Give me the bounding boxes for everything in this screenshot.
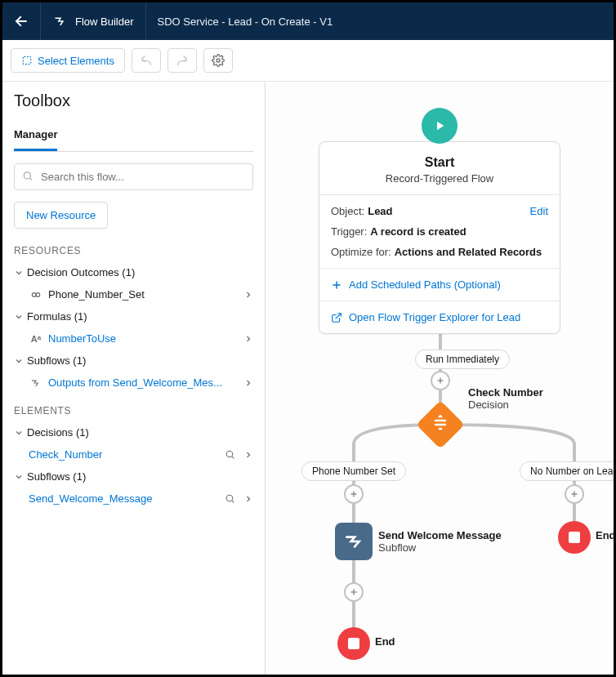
no-number-pill: No Number on Lead — [520, 461, 614, 481]
svg-point-9 — [226, 495, 233, 501]
group-label: Subflows (1) — [27, 354, 253, 367]
chevron-right-icon — [243, 378, 253, 388]
group-subflows-resources[interactable]: Subflows (1) — [2, 350, 265, 372]
group-label: Formulas (1) — [27, 310, 253, 323]
formula-icon: Aa — [29, 334, 43, 344]
redo-icon — [176, 54, 189, 67]
end-node[interactable] — [337, 627, 370, 660]
start-trigger-value: A record is created — [370, 225, 466, 238]
svg-line-10 — [232, 501, 234, 502]
tab-manager[interactable]: Manager — [14, 122, 57, 151]
back-button[interactable] — [2, 2, 41, 40]
flow-canvas[interactable]: Start Record-Triggered Flow Object: Lead… — [266, 82, 614, 675]
decision-title: Check Number — [468, 386, 543, 399]
group-decision-outcomes[interactable]: Decision Outcomes (1) — [2, 261, 265, 283]
resource-label: NumberToUse — [48, 332, 239, 345]
element-send-welcome[interactable]: Send_Welcome_Message — [2, 488, 265, 510]
chevron-right-icon — [243, 334, 253, 344]
resource-outputs-welcome[interactable]: Outputs from Send_Welcome_Mes... — [2, 372, 265, 394]
search-icon — [22, 170, 33, 184]
open-flow-explorer-label: Open Flow Trigger Explorer for Lead — [349, 311, 520, 323]
resources-section-label: RESOURCES — [2, 240, 265, 261]
svg-line-4 — [30, 178, 33, 180]
open-flow-explorer-link[interactable]: Open Flow Trigger Explorer for Lead — [319, 301, 560, 333]
flow-builder-icon — [52, 13, 69, 29]
resource-label: Phone_Number_Set — [48, 288, 239, 301]
decision-icon — [431, 415, 450, 434]
decision-subtitle: Decision — [468, 399, 543, 411]
arrow-left-icon — [14, 14, 29, 29]
start-object-value: Lead — [368, 205, 392, 217]
select-icon — [21, 55, 33, 66]
element-label: Send_Welcome_Message — [29, 492, 220, 505]
group-formulas[interactable]: Formulas (1) — [2, 305, 265, 327]
add-scheduled-paths-label: Add Scheduled Paths (Optional) — [349, 278, 501, 291]
add-element-button[interactable] — [565, 484, 584, 504]
add-element-button[interactable] — [344, 484, 364, 504]
element-label: Check_Number — [29, 448, 220, 461]
search-input[interactable] — [14, 163, 253, 190]
start-title: Start — [328, 155, 551, 170]
link-icon — [29, 289, 43, 301]
chevron-down-icon — [14, 356, 27, 366]
resource-number-to-use[interactable]: Aa NumberToUse — [2, 327, 265, 350]
settings-button[interactable] — [203, 48, 233, 73]
select-elements-button[interactable]: Select Elements — [11, 48, 125, 73]
add-scheduled-paths-link[interactable]: Add Scheduled Paths (Optional) — [319, 268, 560, 301]
redo-button[interactable] — [167, 48, 197, 73]
gear-icon — [212, 54, 225, 67]
end-node[interactable] — [558, 521, 591, 554]
run-immediately-pill: Run Immediately — [415, 350, 510, 369]
end-label: End — [375, 635, 395, 648]
group-subflows-elements[interactable]: Subflows (1) — [2, 465, 265, 488]
search-icon[interactable] — [225, 449, 235, 460]
svg-line-14 — [336, 313, 341, 318]
group-label: Decision Outcomes (1) — [27, 266, 253, 278]
flow-icon — [29, 377, 43, 389]
flow-icon — [343, 531, 364, 552]
toolbox-title: Toolbox — [14, 91, 253, 110]
phone-number-set-pill: Phone Number Set — [301, 461, 406, 481]
subflow-title: Send Welcome Message — [378, 529, 502, 541]
search-icon[interactable] — [225, 493, 235, 504]
subflow-node[interactable] — [335, 523, 373, 560]
start-optimize-value: Actions and Related Records — [395, 246, 542, 258]
add-element-button[interactable] — [344, 582, 364, 602]
chevron-right-icon — [243, 290, 253, 300]
resource-phone-number-set[interactable]: Phone_Number_Set — [2, 283, 265, 305]
select-elements-label: Select Elements — [38, 55, 114, 67]
chevron-down-icon — [14, 472, 27, 482]
svg-point-6 — [36, 292, 40, 296]
undo-icon — [140, 54, 153, 67]
svg-point-7 — [226, 451, 233, 457]
start-card[interactable]: Start Record-Triggered Flow Object: Lead… — [319, 141, 560, 334]
start-optimize-key: Optimize for: — [331, 246, 391, 258]
add-element-button[interactable] — [431, 371, 450, 390]
chevron-down-icon — [14, 268, 27, 278]
element-check-number[interactable]: Check_Number — [2, 443, 265, 465]
chevron-down-icon — [14, 312, 27, 322]
plus-icon — [331, 279, 342, 291]
svg-rect-1 — [23, 56, 30, 64]
svg-marker-11 — [437, 122, 444, 131]
start-object-key: Object: — [331, 205, 364, 217]
external-link-icon — [331, 312, 342, 323]
group-label: Subflows (1) — [27, 470, 253, 483]
subflow-subtitle: Subflow — [378, 541, 502, 554]
svg-point-2 — [216, 59, 220, 62]
undo-button[interactable] — [132, 48, 161, 73]
toolbox-sidebar: Toolbox Manager New Resource RESOURCES D… — [2, 82, 266, 675]
app-name-cell: Flow Builder — [41, 2, 146, 40]
start-edit-link[interactable]: Edit — [530, 205, 548, 217]
app-name: Flow Builder — [75, 16, 134, 28]
new-resource-button[interactable]: New Resource — [14, 202, 108, 229]
svg-point-3 — [24, 171, 30, 178]
chevron-down-icon — [14, 428, 27, 438]
start-trigger-key: Trigger: — [331, 225, 367, 238]
group-decisions[interactable]: Decisions (1) — [2, 421, 265, 443]
start-subtitle: Record-Triggered Flow — [328, 172, 551, 185]
svg-point-5 — [32, 292, 36, 296]
start-play-icon[interactable] — [422, 108, 458, 144]
elements-section-label: ELEMENTS — [2, 400, 265, 421]
page-title: SDO Service - Lead - On Create - V1 — [146, 2, 345, 40]
